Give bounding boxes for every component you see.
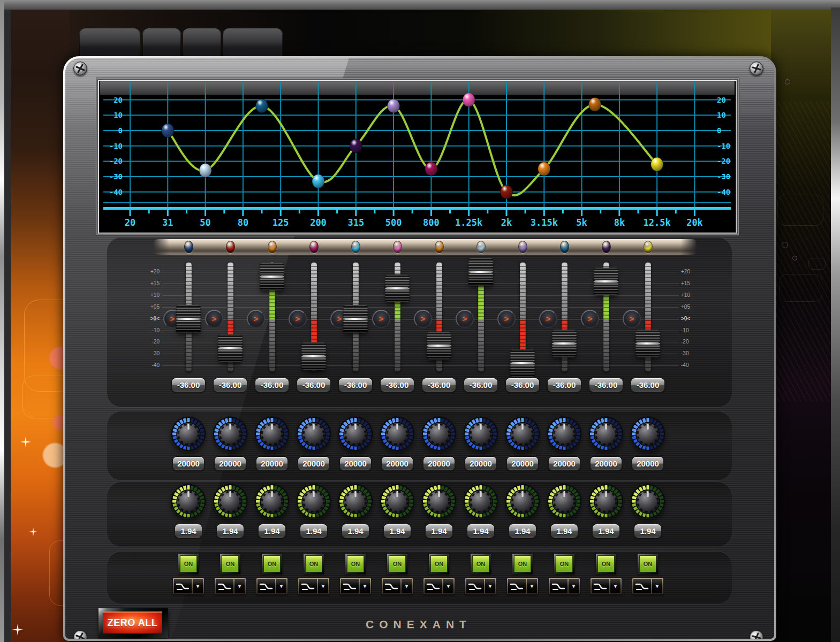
eq-node-7[interactable] [425, 162, 437, 176]
gain-value-10[interactable]: -36.00 [547, 378, 581, 392]
freq-knob-9[interactable] [505, 416, 540, 452]
gain-value-4[interactable]: -36.00 [297, 378, 331, 392]
freq-value-5[interactable]: 20000 [339, 456, 372, 471]
gain-value-3[interactable]: -36.00 [255, 378, 289, 392]
q-knob-10[interactable] [547, 484, 582, 519]
filter-type-button-6[interactable] [383, 579, 400, 593]
freq-knob-2[interactable] [213, 416, 248, 452]
q-value-2[interactable]: 1.94 [216, 524, 244, 538]
filter-type-button-3[interactable] [258, 579, 275, 593]
filter-type-button-10[interactable] [550, 579, 567, 593]
slider-handle-5[interactable] [343, 305, 368, 333]
band-link-button-11[interactable]: > [581, 310, 599, 328]
filter-type-button-4[interactable] [299, 579, 317, 593]
q-knob-5[interactable] [338, 484, 373, 519]
band-on-button-9[interactable]: ON [512, 554, 533, 574]
band-link-button-8[interactable]: > [456, 310, 474, 328]
freq-value-9[interactable]: 20000 [506, 456, 539, 471]
filter-type-button-7[interactable] [425, 579, 442, 593]
filter-dropdown-6[interactable]: ▼ [402, 579, 412, 593]
eq-node-5[interactable] [350, 139, 362, 153]
q-value-7[interactable]: 1.94 [425, 524, 453, 538]
q-knob-11[interactable] [588, 484, 624, 519]
q-knob-12[interactable] [630, 484, 665, 519]
filter-type-button-5[interactable] [341, 579, 359, 593]
band-on-button-12[interactable]: ON [638, 554, 658, 574]
freq-value-12[interactable]: 20000 [632, 456, 664, 471]
band-on-button-11[interactable]: ON [596, 554, 616, 574]
q-value-3[interactable]: 1.94 [258, 524, 286, 538]
slider-handle-8[interactable] [468, 258, 493, 286]
filter-dropdown-8[interactable]: ▼ [485, 579, 495, 593]
filter-dropdown-3[interactable]: ▼ [276, 579, 286, 593]
eq-node-2[interactable] [199, 164, 211, 178]
filter-dropdown-1[interactable]: ▼ [193, 579, 203, 593]
band-on-button-8[interactable]: ON [471, 554, 491, 574]
q-value-12[interactable]: 1.94 [634, 524, 662, 538]
gain-value-1[interactable]: -36.00 [171, 378, 206, 392]
filter-type-button-11[interactable] [592, 579, 609, 593]
gain-value-5[interactable]: -36.00 [338, 378, 373, 392]
q-value-11[interactable]: 1.94 [592, 524, 620, 538]
q-value-1[interactable]: 1.94 [175, 524, 202, 538]
gain-value-8[interactable]: -36.00 [464, 378, 498, 392]
band-link-button-9[interactable]: > [497, 310, 516, 328]
filter-dropdown-2[interactable]: ▼ [234, 579, 245, 593]
q-value-9[interactable]: 1.94 [509, 524, 536, 538]
freq-knob-11[interactable] [588, 416, 624, 452]
band-link-button-3[interactable]: > [247, 310, 265, 328]
slider-handle-6[interactable] [385, 274, 410, 302]
band-link-button-12[interactable]: > [623, 310, 641, 328]
q-value-5[interactable]: 1.94 [342, 524, 369, 538]
eq-node-3[interactable] [256, 99, 268, 113]
eq-node-6[interactable] [388, 99, 400, 113]
filter-type-button-8[interactable] [466, 579, 484, 593]
gain-value-2[interactable]: -36.00 [213, 378, 247, 392]
slider-handle-2[interactable] [218, 334, 243, 362]
freq-value-4[interactable]: 20000 [298, 456, 330, 471]
band-link-button-2[interactable]: > [205, 310, 223, 328]
gain-value-12[interactable]: -36.00 [631, 378, 665, 392]
q-knob-6[interactable] [380, 484, 415, 519]
filter-dropdown-4[interactable]: ▼ [318, 579, 328, 593]
q-knob-9[interactable] [505, 484, 540, 519]
freq-value-11[interactable]: 20000 [590, 456, 622, 471]
slider-handle-10[interactable] [552, 330, 577, 357]
band-on-button-2[interactable]: ON [220, 554, 240, 574]
slider-handle-7[interactable] [427, 332, 451, 360]
band-on-button-1[interactable]: ON [178, 554, 199, 574]
freq-knob-10[interactable] [547, 416, 582, 452]
band-link-button-7[interactable]: > [414, 310, 432, 328]
filter-type-button-1[interactable] [174, 579, 192, 593]
gain-value-6[interactable]: -36.00 [380, 378, 414, 392]
freq-knob-3[interactable] [254, 416, 290, 452]
gain-value-9[interactable]: -36.00 [505, 378, 540, 392]
q-value-4[interactable]: 1.94 [300, 524, 328, 538]
band-link-button-6[interactable]: > [372, 310, 390, 328]
eq-node-12[interactable] [651, 157, 663, 171]
band-on-button-10[interactable]: ON [554, 554, 574, 574]
q-value-6[interactable]: 1.94 [383, 524, 411, 538]
q-knob-3[interactable] [254, 484, 290, 519]
filter-dropdown-10[interactable]: ▼ [569, 579, 579, 593]
q-knob-8[interactable] [463, 484, 498, 519]
slider-handle-9[interactable] [510, 349, 535, 377]
eq-node-9[interactable] [501, 185, 513, 199]
q-knob-4[interactable] [296, 484, 331, 519]
q-value-10[interactable]: 1.94 [550, 524, 578, 538]
band-on-button-6[interactable]: ON [387, 554, 407, 574]
freq-value-8[interactable]: 20000 [465, 456, 497, 471]
freq-knob-8[interactable] [463, 416, 498, 452]
slider-handle-3[interactable] [260, 263, 284, 291]
eq-node-1[interactable] [162, 124, 174, 137]
slider-handle-1[interactable] [176, 305, 201, 333]
filter-dropdown-7[interactable]: ▼ [443, 579, 453, 593]
filter-dropdown-5[interactable]: ▼ [360, 579, 370, 593]
q-knob-2[interactable] [213, 484, 248, 519]
freq-knob-4[interactable] [296, 416, 331, 452]
freq-knob-12[interactable] [630, 416, 665, 452]
band-on-button-7[interactable]: ON [429, 554, 449, 574]
filter-dropdown-11[interactable]: ▼ [610, 579, 620, 593]
freq-value-7[interactable]: 20000 [423, 456, 455, 471]
freq-knob-1[interactable] [171, 416, 206, 452]
